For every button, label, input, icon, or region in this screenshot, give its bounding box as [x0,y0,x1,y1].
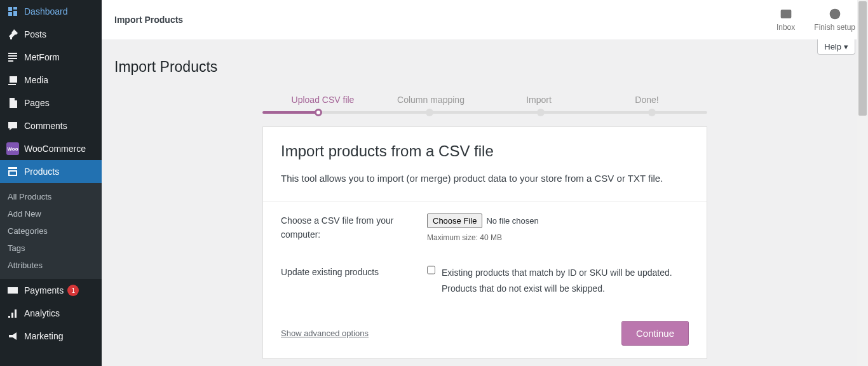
payments-icon [6,284,19,297]
inbox-button[interactable]: Inbox [776,8,795,32]
choose-file-button[interactable]: Choose File [427,214,482,228]
topbar-title: Import Products [114,15,183,25]
sidebar-label: Posts [24,29,46,39]
step-track [262,111,707,114]
step-dot-1 [315,109,322,116]
submenu-attributes[interactable]: Attributes [0,257,102,274]
sidebar-label: Comments [24,121,67,131]
sidebar-label: WooCommerce [24,144,86,154]
marketing-icon [6,330,19,342]
sidebar-item-products[interactable]: Products [0,160,102,183]
help-label: Help [824,42,841,51]
submenu-add-new[interactable]: Add New [0,205,102,222]
step-mapping: Column mapping [377,95,485,105]
sidebar-item-marketing[interactable]: Marketing [0,325,102,348]
advanced-options-link[interactable]: Show advanced options [281,329,369,338]
sidebar-label: Analytics [24,308,60,318]
inbox-label: Inbox [776,23,795,32]
admin-sidebar: Dashboard Posts MetForm Media Pages Comm… [0,0,102,366]
sidebar-item-woocommerce[interactable]: Woo WooCommerce [0,137,102,160]
finish-setup-button[interactable]: Finish setup [814,8,855,32]
sidebar-label: Dashboard [24,6,68,17]
card-title: Import products from a CSV file [281,142,689,160]
products-submenu: All Products Add New Categories Tags Att… [0,183,102,279]
form-icon [6,51,19,64]
main-content: Import Products Inbox Finish setup Help … [102,0,868,366]
sidebar-label: MetForm [24,52,60,62]
svg-point-1 [830,10,839,19]
sidebar-item-media[interactable]: Media [0,69,102,92]
step-fill [262,111,318,114]
sidebar-label: Media [24,75,48,85]
submenu-tags[interactable]: Tags [0,240,102,257]
sidebar-label: Payments [24,285,64,295]
pin-icon [6,28,19,41]
comments-icon [6,119,19,132]
page-title: Import Products [114,58,855,76]
submenu-categories[interactable]: Categories [0,222,102,240]
file-label: Choose a CSV file from your computer: [281,214,408,242]
topbar-actions: Inbox Finish setup [776,8,855,32]
file-row: Choose a CSV file from your computer: Ch… [263,202,707,254]
sidebar-label: Pages [24,98,50,108]
help-button[interactable]: Help ▾ [817,39,855,55]
step-dot-4 [648,109,656,116]
step-dot-3 [537,109,545,116]
sidebar-item-dashboard[interactable]: Dashboard [0,0,102,23]
notification-badge: 1 [67,285,79,296]
card-footer: Show advanced options Continue [263,308,707,358]
update-label: Update existing products [281,265,408,297]
sidebar-label: Products [24,166,59,177]
sidebar-item-posts[interactable]: Posts [0,23,102,46]
sidebar-label: Marketing [24,331,63,341]
topbar: Import Products Inbox Finish setup [102,0,868,39]
sidebar-item-payments[interactable]: Payments 1 [0,279,102,302]
card-description: This tool allows you to import (or merge… [281,172,689,186]
file-status: No file chosen [486,216,538,226]
dashboard-icon [6,5,19,18]
chevron-down-icon: ▾ [844,42,848,51]
continue-button[interactable]: Continue [621,321,689,346]
step-upload: Upload CSV file [269,95,377,105]
pages-icon [6,97,19,109]
media-icon [6,74,19,86]
sidebar-item-comments[interactable]: Comments [0,114,102,137]
sidebar-item-pages[interactable]: Pages [0,92,102,114]
progress-stepper: Upload CSV file Column mapping Import Do… [262,95,707,114]
update-description: Existing products that match by ID or SK… [442,265,689,297]
scrollbar[interactable] [857,0,868,366]
circle-icon [829,8,841,20]
analytics-icon [6,307,19,320]
step-dot-2 [426,109,433,116]
woo-icon: Woo [6,142,19,155]
scrollbar-thumb[interactable] [858,1,867,116]
submenu-all-products[interactable]: All Products [0,188,102,205]
finish-label: Finish setup [814,23,855,32]
max-size-hint: Maximum size: 40 MB [427,233,689,242]
content-area: Help ▾ Import Products Upload CSV file C… [102,39,868,366]
update-checkbox[interactable] [427,265,435,275]
sidebar-item-analytics[interactable]: Analytics [0,302,102,325]
update-row: Update existing products Existing produc… [263,254,707,308]
step-import: Import [485,95,593,105]
import-card: Import products from a CSV file This too… [262,126,707,359]
sidebar-item-metform[interactable]: MetForm [0,46,102,69]
step-done: Done! [593,95,701,105]
products-icon [6,165,19,178]
inbox-icon [780,8,792,20]
